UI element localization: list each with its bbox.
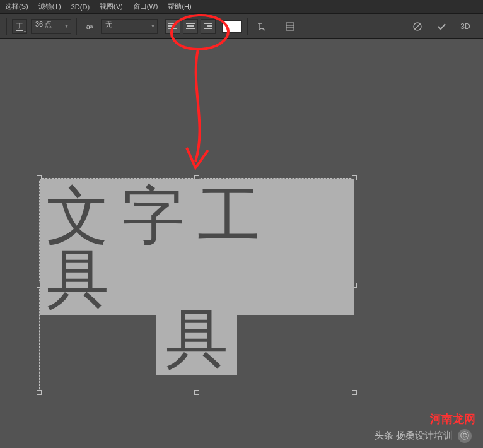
svg-rect-8 — [204, 28, 212, 29]
svg-rect-6 — [204, 23, 212, 24]
text-color-swatch[interactable] — [222, 20, 242, 33]
svg-rect-4 — [187, 25, 194, 27]
align-center-button[interactable] — [183, 19, 198, 34]
menu-help[interactable]: 帮助(H) — [168, 2, 191, 11]
text-options-bar: 丁 ▾ 36 点 aa 无 3D — [0, 14, 483, 39]
svg-rect-5 — [186, 28, 195, 29]
align-right-button[interactable] — [201, 19, 216, 34]
canvas[interactable]: 文字工具 具 — [0, 39, 483, 448]
menu-3d[interactable]: 3D(D) — [71, 3, 90, 11]
svg-rect-0 — [168, 23, 177, 24]
antialias-select[interactable]: 无 — [101, 19, 158, 34]
menu-bar: 选择(S) 滤镜(T) 3D(D) 视图(V) 窗口(W) 帮助(H) — [0, 0, 483, 14]
text-content-line1[interactable]: 文字工具 — [40, 179, 354, 315]
svg-rect-9 — [286, 23, 294, 30]
text-bounding-box[interactable]: 文字工具 具 — [39, 178, 354, 392]
svg-rect-1 — [168, 25, 174, 27]
cancel-button[interactable] — [409, 18, 426, 35]
text-content-line2[interactable]: 具 — [156, 302, 237, 375]
svg-line-13 — [415, 24, 420, 29]
divider — [247, 18, 248, 35]
warp-text-button[interactable] — [253, 18, 271, 35]
align-left-button[interactable] — [165, 19, 180, 34]
resize-handle-sw[interactable] — [37, 390, 42, 395]
divider — [276, 18, 276, 35]
menu-select[interactable]: 选择(S) — [5, 2, 28, 11]
menu-view[interactable]: 视图(V) — [100, 2, 123, 11]
antialias-label-icon: aa — [82, 19, 97, 34]
character-panel-button[interactable] — [281, 18, 299, 35]
commit-button[interactable] — [433, 18, 450, 35]
text-align-group — [165, 19, 216, 34]
svg-rect-2 — [168, 28, 177, 29]
resize-handle-s[interactable] — [194, 390, 199, 395]
font-size-select[interactable]: 36 点 — [31, 19, 71, 34]
svg-rect-3 — [186, 23, 195, 24]
3d-button[interactable]: 3D — [457, 18, 474, 35]
text-orientation-toggle[interactable]: 丁 ▾ — [12, 19, 27, 34]
menu-filter[interactable]: 滤镜(T) — [38, 2, 61, 11]
divider — [76, 18, 77, 35]
resize-handle-se[interactable] — [352, 390, 357, 395]
menu-window[interactable]: 窗口(W) — [133, 2, 158, 11]
svg-rect-7 — [207, 25, 212, 27]
divider — [6, 18, 7, 35]
